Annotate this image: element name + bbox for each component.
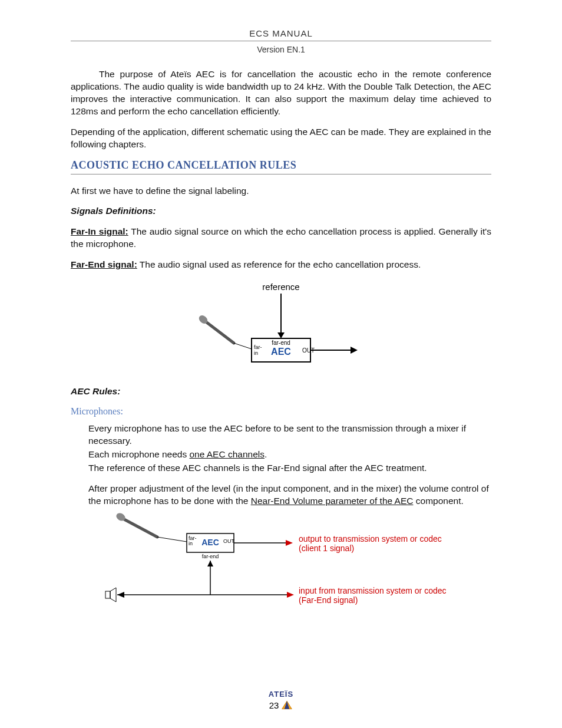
aec-rules-heading: AEC Rules: <box>71 386 491 398</box>
section-rule <box>71 174 491 174</box>
svg-line-2 <box>204 321 234 343</box>
d2-output-label-2: (client 1 signal) <box>299 543 354 553</box>
microphones-subheading: Microphones: <box>71 406 491 417</box>
ateis-logo-icon <box>281 700 293 710</box>
svg-marker-8 <box>351 347 358 354</box>
microphone-icon-2 <box>115 512 157 537</box>
far-end-definition: Far-End signal: The audio signal used as… <box>71 259 491 271</box>
svg-text:in: in <box>254 350 258 356</box>
svg-marker-22 <box>117 592 124 598</box>
aec-reference-diagram: reference far-end AEC far- in OUT <box>193 279 369 374</box>
svg-marker-16 <box>286 540 293 546</box>
footer-brand: ATEÏS <box>269 690 293 699</box>
svg-marker-23 <box>287 592 294 598</box>
aec-flow-diagram: far- in AEC OUT far-end output to transm… <box>98 512 464 612</box>
page-footer: ATEÏS 23 <box>71 690 491 710</box>
microphone-icon <box>197 314 234 343</box>
far-end-text: The audio signal used as reference for t… <box>137 259 421 269</box>
doc-version: Version EN.1 <box>71 45 491 54</box>
far-in-text: The audio signal source on which the ech… <box>71 226 491 249</box>
at-first-paragraph: At first we have to define the signal la… <box>71 185 491 197</box>
svg-line-9 <box>122 518 157 537</box>
svg-line-4 <box>234 343 252 349</box>
d2-farend-label: far-end <box>202 554 219 559</box>
svg-marker-20 <box>110 588 116 602</box>
section-heading: ACOUSTIC ECHO CANCELLATION RULES <box>71 159 491 172</box>
far-in-label: Far-In signal: <box>71 226 128 236</box>
speaker-icon <box>105 588 116 602</box>
page-number: 23 <box>269 700 279 710</box>
svg-marker-18 <box>207 561 213 566</box>
d2-output-label-1: output to transmission system or codec <box>299 534 442 543</box>
d1-farin-label: far- <box>254 344 262 350</box>
svg-marker-1 <box>277 332 285 338</box>
far-in-definition: Far-In signal: The audio signal source o… <box>71 226 491 251</box>
svg-text:in: in <box>189 541 193 546</box>
d2-input-label-1: input from transmission system or codec <box>299 586 447 595</box>
mic-paragraph-3: The reference of these AEC channels is t… <box>88 462 491 475</box>
d1-aec-label: AEC <box>271 347 291 357</box>
signals-definitions-heading: Signals Definitions: <box>71 205 491 218</box>
mic-paragraph-2: Each microphone needs one AEC channels. <box>88 449 491 461</box>
svg-rect-19 <box>105 591 110 598</box>
intro-paragraph-1: The purpose of Ateïs AEC is for cancella… <box>71 68 491 118</box>
header-rule <box>71 41 491 41</box>
svg-line-11 <box>157 537 187 542</box>
d1-farend-label: far-end <box>272 340 290 346</box>
d2-input-label-2: (Far-End signal) <box>299 595 358 605</box>
intro-paragraph-2: Depending of the application, different … <box>71 126 491 151</box>
doc-title: ECS MANUAL <box>71 28 491 38</box>
page-header: ECS MANUAL Version EN.1 <box>71 28 491 54</box>
far-end-label: Far-End signal: <box>71 259 137 269</box>
d1-reference-label: reference <box>262 282 299 292</box>
mic-paragraph-4: After proper adjustment of the level (in… <box>88 483 491 508</box>
d2-aec-label: AEC <box>201 538 219 547</box>
d2-out-label: OUT <box>223 538 235 544</box>
mic-paragraph-1: Every microphone has to use the AEC befo… <box>88 423 491 447</box>
